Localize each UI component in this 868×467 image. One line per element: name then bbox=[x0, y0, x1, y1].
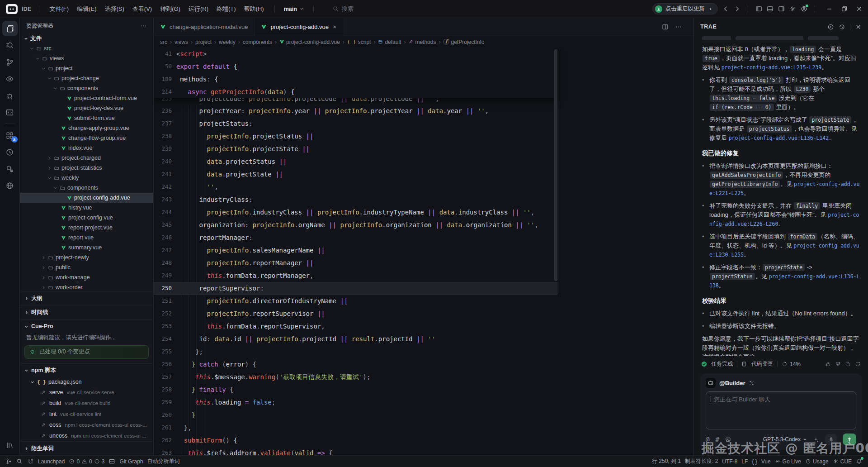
npm-script-item[interactable]: servevue-cli-service serve bbox=[20, 387, 153, 398]
file-link[interactable]: project-config-add.vue:L136-L142 bbox=[729, 135, 829, 141]
new-chat-icon[interactable] bbox=[827, 24, 834, 30]
encoding-indicator[interactable]: UTF-8 bbox=[722, 458, 737, 465]
close-window-button[interactable] bbox=[856, 5, 863, 12]
branch-selector[interactable]: main bbox=[281, 6, 307, 12]
panel-icon[interactable] bbox=[108, 458, 115, 465]
problems-errors[interactable]: 0 0 3 bbox=[69, 458, 104, 465]
notifications-bell-icon[interactable] bbox=[856, 458, 863, 465]
cuepro-progress[interactable]: 已处理 0/0 个变更点 bbox=[24, 345, 149, 358]
code-change-icon[interactable] bbox=[741, 361, 747, 367]
eol-indicator[interactable]: LF bbox=[741, 458, 748, 465]
tree-item[interactable]: project-contract-form.vue bbox=[20, 93, 153, 103]
tree-item[interactable]: src bbox=[20, 43, 153, 53]
files-section-header[interactable]: 文件 bbox=[20, 33, 153, 43]
more-actions-icon[interactable] bbox=[675, 24, 682, 30]
thumbs-up-icon[interactable] bbox=[825, 361, 831, 367]
code-review-icon[interactable] bbox=[16, 458, 23, 465]
settings-gear-icon[interactable] bbox=[789, 5, 796, 12]
code-window-icon[interactable] bbox=[2, 105, 18, 120]
file-link[interactable]: project-config-add.vue:L226-L260 bbox=[709, 212, 859, 227]
back-button[interactable] bbox=[722, 5, 729, 12]
tree-item[interactable]: summary.vue bbox=[20, 243, 153, 253]
app-logo-icon[interactable] bbox=[5, 4, 18, 14]
deploy-globe-icon[interactable] bbox=[2, 178, 18, 193]
menu-item[interactable]: 文件(F) bbox=[46, 3, 73, 15]
outline-section[interactable]: 大纲 bbox=[20, 291, 153, 305]
tree-item[interactable]: work-order bbox=[20, 282, 153, 291]
regenerate-icon[interactable] bbox=[855, 361, 861, 367]
menu-item[interactable]: 帮助(H) bbox=[240, 3, 268, 15]
menu-item[interactable]: 选择(S) bbox=[100, 3, 128, 15]
tree-item[interactable]: work-manage bbox=[20, 272, 153, 282]
menu-item[interactable]: 终端(T) bbox=[212, 3, 240, 15]
npm-scripts-section[interactable]: npm 脚本 bbox=[20, 363, 153, 377]
npm-script-item[interactable]: eossnpm i eoss-element eoss-ui eoss-... bbox=[20, 419, 153, 430]
timeline-section[interactable]: 时间线 bbox=[20, 305, 153, 319]
tree-item[interactable]: index.vue bbox=[20, 143, 153, 153]
menu-item[interactable]: 编辑(E) bbox=[73, 3, 100, 15]
breadcrumb-item[interactable]: project bbox=[195, 39, 212, 45]
breadcrumb-item[interactable]: default bbox=[378, 39, 401, 45]
cuepro-section[interactable]: Cue-Pro bbox=[20, 319, 153, 333]
model-selector[interactable]: GPT-5.3-Codex bbox=[763, 436, 807, 443]
tools-icon[interactable] bbox=[2, 161, 18, 176]
agent-name[interactable]: @Builder bbox=[719, 380, 745, 386]
go-live-button[interactable]: Go Live bbox=[775, 458, 801, 465]
tree-item[interactable]: project-change bbox=[20, 73, 153, 83]
toggle-right-panel-button[interactable] bbox=[778, 5, 785, 12]
toggle-left-panel-button[interactable] bbox=[755, 5, 762, 12]
tree-item[interactable]: project-statistics bbox=[20, 163, 153, 173]
tree-item[interactable]: change-flow-group.vue bbox=[20, 133, 153, 143]
tree-item[interactable]: public bbox=[20, 262, 153, 272]
account-icon[interactable] bbox=[801, 5, 807, 12]
library-icon[interactable] bbox=[2, 437, 18, 453]
close-tab-icon[interactable] bbox=[332, 24, 337, 29]
npm-script-item[interactable]: uneossnpm uni eoss-element eoss-ui ... bbox=[20, 430, 153, 441]
unknown-words-section[interactable]: 陌生单词 bbox=[20, 441, 153, 455]
tab-size-indicator[interactable]: 制表符长度: 2 bbox=[685, 457, 718, 465]
auto-analyze-words-button[interactable]: 自动分析单词 bbox=[147, 457, 179, 465]
extensions-grid-icon[interactable]: 3 bbox=[2, 128, 18, 143]
copy-icon[interactable] bbox=[845, 361, 851, 367]
breadcrumb-item[interactable]: ( )script bbox=[347, 39, 371, 45]
image-attach-icon[interactable] bbox=[725, 437, 731, 443]
chat-text-input[interactable]: 您正在与 Builder 聊天 bbox=[706, 391, 856, 429]
breadcrumb-item[interactable]: project-config-add.vue bbox=[279, 39, 340, 45]
mention-icon[interactable]: @ bbox=[706, 436, 709, 443]
tab-project-config-add[interactable]: project-config-add.vue bbox=[255, 18, 344, 36]
forward-button[interactable] bbox=[734, 5, 741, 12]
tab-change-application-modal[interactable]: change-application-modal.vue bbox=[154, 18, 255, 36]
cue-button[interactable]: CUE bbox=[833, 458, 852, 465]
voice-mic-icon[interactable] bbox=[825, 434, 837, 445]
package-json-item[interactable]: { } package.json bbox=[20, 377, 153, 387]
menu-item[interactable]: 查看(V) bbox=[128, 3, 156, 15]
run-clock-icon[interactable] bbox=[2, 144, 18, 160]
breadcrumb-item[interactable]: views bbox=[175, 39, 188, 45]
breadcrumb-item[interactable]: methods bbox=[408, 39, 436, 45]
source-control-icon[interactable] bbox=[2, 54, 18, 70]
tree-item[interactable]: project-newly bbox=[20, 253, 153, 262]
send-button[interactable] bbox=[843, 434, 856, 445]
tree-item[interactable]: components bbox=[20, 183, 153, 193]
enhance-sparkle-icon[interactable] bbox=[813, 437, 819, 443]
search-input[interactable]: 搜索 bbox=[328, 4, 358, 14]
usage-button[interactable]: Usage bbox=[805, 458, 829, 465]
tree-item[interactable]: report-project.vue bbox=[20, 223, 153, 233]
tree-item[interactable]: project-config-add.vue bbox=[20, 193, 153, 203]
menu-item[interactable]: 转到(G) bbox=[156, 3, 184, 15]
launchpad-button[interactable]: Launchpad bbox=[38, 458, 65, 465]
thumbs-down-icon[interactable] bbox=[835, 361, 841, 367]
code-change-label[interactable]: 代码变更 bbox=[751, 360, 773, 368]
restore-button[interactable] bbox=[841, 5, 848, 12]
branch-icon[interactable] bbox=[27, 458, 34, 465]
tree-item[interactable]: change-apply-group.vue bbox=[20, 123, 153, 133]
bracket-pair-indicator[interactable]: { } bbox=[752, 458, 757, 465]
restart-to-update-button[interactable]: 点击重启以更新 bbox=[652, 3, 718, 14]
explorer-icon[interactable] bbox=[2, 21, 18, 36]
breadcrumb-item[interactable]: components bbox=[243, 39, 272, 45]
tree-item[interactable]: views bbox=[20, 53, 153, 63]
tree-item[interactable]: project-key-des.vue bbox=[20, 103, 153, 113]
chat-history-icon[interactable] bbox=[839, 24, 845, 30]
search-sidebar-icon[interactable] bbox=[2, 38, 18, 53]
tree-item[interactable]: project-charged bbox=[20, 153, 153, 163]
